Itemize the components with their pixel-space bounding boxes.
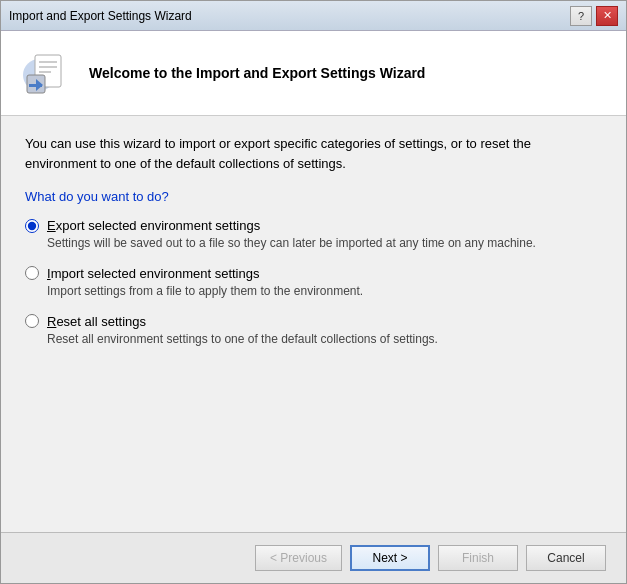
export-option: Export selected environment settings Set…: [25, 218, 602, 252]
previous-button[interactable]: < Previous: [255, 545, 342, 571]
export-radio[interactable]: [25, 219, 39, 233]
question-label: What do you want to do?: [25, 189, 602, 204]
export-label[interactable]: Export selected environment settings: [47, 218, 260, 233]
main-section: You can use this wizard to import or exp…: [1, 116, 626, 532]
reset-radio[interactable]: [25, 314, 39, 328]
import-label[interactable]: Import selected environment settings: [47, 266, 259, 281]
help-button[interactable]: ?: [570, 6, 592, 26]
header-section: Welcome to the Import and Export Setting…: [1, 31, 626, 116]
reset-label[interactable]: Reset all settings: [47, 314, 146, 329]
window-title: Import and Export Settings Wizard: [9, 9, 192, 23]
wizard-icon: [21, 47, 73, 99]
title-bar: Import and Export Settings Wizard ? ✕: [1, 1, 626, 31]
reset-description: Reset all environment settings to one of…: [47, 331, 602, 348]
svg-rect-7: [29, 84, 42, 87]
import-radio[interactable]: [25, 266, 39, 280]
close-button[interactable]: ✕: [596, 6, 618, 26]
radio-group: Export selected environment settings Set…: [25, 218, 602, 347]
svg-rect-4: [39, 71, 51, 73]
footer-section: < Previous Next > Finish Cancel: [1, 532, 626, 583]
next-button[interactable]: Next >: [350, 545, 430, 571]
import-description: Import settings from a file to apply the…: [47, 283, 602, 300]
svg-rect-2: [39, 61, 57, 63]
svg-rect-3: [39, 66, 57, 68]
cancel-button[interactable]: Cancel: [526, 545, 606, 571]
description-text: You can use this wizard to import or exp…: [25, 134, 602, 173]
title-bar-buttons: ? ✕: [570, 6, 618, 26]
wizard-window: Import and Export Settings Wizard ? ✕: [0, 0, 627, 584]
content-area: Welcome to the Import and Export Setting…: [1, 31, 626, 583]
export-description: Settings will be saved out to a file so …: [47, 235, 602, 252]
header-title: Welcome to the Import and Export Setting…: [89, 65, 425, 81]
reset-option: Reset all settings Reset all environment…: [25, 314, 602, 348]
import-option: Import selected environment settings Imp…: [25, 266, 602, 300]
finish-button[interactable]: Finish: [438, 545, 518, 571]
